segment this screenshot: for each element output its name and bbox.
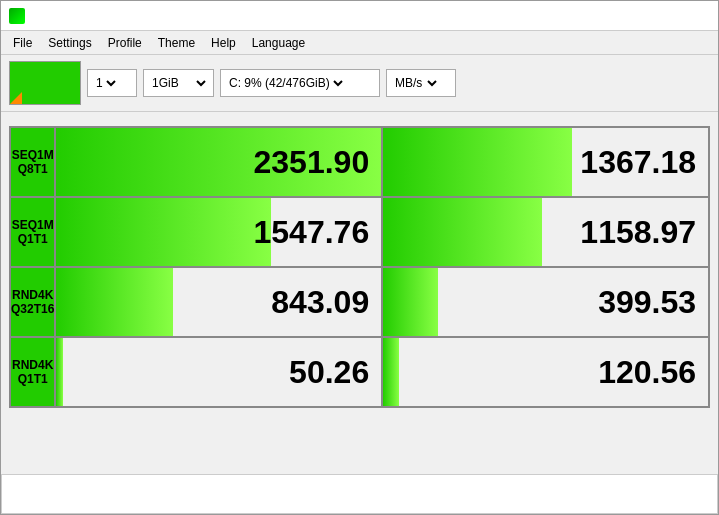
drive-dropdown[interactable]: C: 9% (42/476GiB) bbox=[220, 69, 380, 97]
read-value-2: 843.09 bbox=[56, 268, 381, 336]
main-content: SEQ1MQ8T12351.901367.18SEQ1MQ1T11547.761… bbox=[1, 112, 718, 474]
read-value-3: 50.26 bbox=[56, 338, 381, 406]
write-value-0: 1367.18 bbox=[383, 128, 708, 196]
runs-select[interactable]: 1 3 5 bbox=[92, 75, 119, 91]
app-window: FileSettingsProfileThemeHelpLanguage 1 3… bbox=[0, 0, 719, 515]
write-cell-0: 1367.18 bbox=[382, 127, 709, 197]
read-header bbox=[55, 118, 382, 127]
title-bar bbox=[1, 1, 718, 31]
read-value-1: 1547.76 bbox=[56, 198, 381, 266]
all-button[interactable] bbox=[9, 61, 81, 105]
bench-row-2: RND4KQ32T16843.09399.53 bbox=[10, 267, 709, 337]
write-header bbox=[382, 118, 709, 127]
menu-bar: FileSettingsProfileThemeHelpLanguage bbox=[1, 31, 718, 55]
row-label-3: RND4KQ1T1 bbox=[10, 337, 55, 407]
minimize-button[interactable] bbox=[618, 6, 646, 26]
write-value-2: 399.53 bbox=[383, 268, 708, 336]
unit-select[interactable]: MB/s GB/s IOPS μs bbox=[391, 75, 440, 91]
toolbar: 1 3 5 1GiB 512MiB 256MiB C: 9% (42/476Gi… bbox=[1, 55, 718, 112]
size-dropdown[interactable]: 1GiB 512MiB 256MiB bbox=[143, 69, 214, 97]
bench-row-1: SEQ1MQ1T11547.761158.97 bbox=[10, 197, 709, 267]
write-cell-1: 1158.97 bbox=[382, 197, 709, 267]
read-cell-1: 1547.76 bbox=[55, 197, 382, 267]
menu-item-profile[interactable]: Profile bbox=[100, 31, 150, 55]
unit-dropdown[interactable]: MB/s GB/s IOPS μs bbox=[386, 69, 456, 97]
read-value-0: 2351.90 bbox=[56, 128, 381, 196]
bench-row-0: SEQ1MQ8T12351.901367.18 bbox=[10, 127, 709, 197]
row-label-2: RND4KQ32T16 bbox=[10, 267, 55, 337]
row-label-1: SEQ1MQ1T1 bbox=[10, 197, 55, 267]
label-header bbox=[10, 118, 55, 127]
title-bar-left bbox=[9, 8, 31, 24]
menu-item-settings[interactable]: Settings bbox=[40, 31, 99, 55]
read-cell-0: 2351.90 bbox=[55, 127, 382, 197]
footer-area bbox=[1, 474, 718, 514]
write-cell-3: 120.56 bbox=[382, 337, 709, 407]
row-label-0: SEQ1MQ8T1 bbox=[10, 127, 55, 197]
close-button[interactable] bbox=[682, 6, 710, 26]
write-value-1: 1158.97 bbox=[383, 198, 708, 266]
menu-item-language[interactable]: Language bbox=[244, 31, 313, 55]
write-cell-2: 399.53 bbox=[382, 267, 709, 337]
app-icon bbox=[9, 8, 25, 24]
write-value-3: 120.56 bbox=[383, 338, 708, 406]
size-select[interactable]: 1GiB 512MiB 256MiB bbox=[148, 75, 209, 91]
read-cell-2: 843.09 bbox=[55, 267, 382, 337]
runs-dropdown[interactable]: 1 3 5 bbox=[87, 69, 137, 97]
window-controls bbox=[618, 6, 710, 26]
maximize-button[interactable] bbox=[650, 6, 678, 26]
drive-select[interactable]: C: 9% (42/476GiB) bbox=[225, 75, 346, 91]
menu-item-help[interactable]: Help bbox=[203, 31, 244, 55]
bench-row-3: RND4KQ1T150.26120.56 bbox=[10, 337, 709, 407]
menu-item-theme[interactable]: Theme bbox=[150, 31, 203, 55]
benchmark-table: SEQ1MQ8T12351.901367.18SEQ1MQ1T11547.761… bbox=[9, 118, 710, 408]
read-cell-3: 50.26 bbox=[55, 337, 382, 407]
menu-item-file[interactable]: File bbox=[5, 31, 40, 55]
